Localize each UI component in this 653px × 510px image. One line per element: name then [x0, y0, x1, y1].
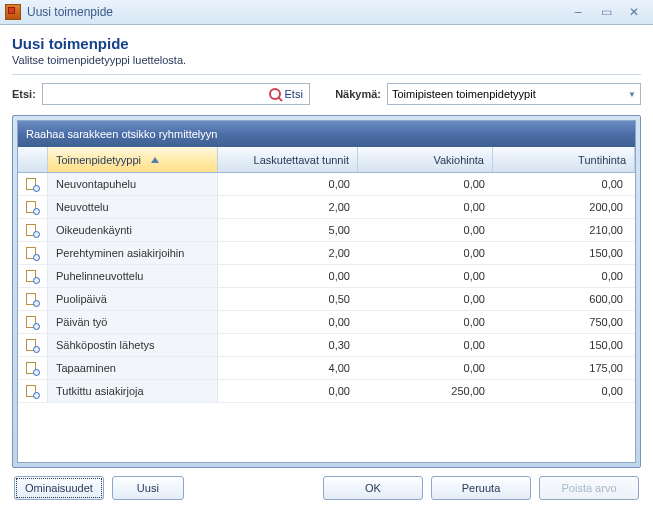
- row-hours: 5,00: [218, 219, 358, 241]
- maximize-button[interactable]: ▭: [598, 4, 614, 20]
- row-hours: 2,00: [218, 242, 358, 264]
- row-hours: 0,30: [218, 334, 358, 356]
- row-type: Puhelinneuvottelu: [48, 265, 218, 287]
- row-rate: 150,00: [493, 334, 635, 356]
- row-rate: 600,00: [493, 288, 635, 310]
- table-row[interactable]: Tutkittu asiakirjoja0,00250,000,00: [18, 380, 635, 403]
- row-rate: 0,00: [493, 265, 635, 287]
- table-row[interactable]: Puhelinneuvottelu0,000,000,00: [18, 265, 635, 288]
- row-type: Oikeudenkäynti: [48, 219, 218, 241]
- view-select[interactable]: Toimipisteen toimenpidetyypit ▼: [387, 83, 641, 105]
- row-icon-cell: [18, 357, 48, 379]
- minimize-button[interactable]: –: [570, 4, 586, 20]
- row-type: Päivän työ: [48, 311, 218, 333]
- remove-value-button[interactable]: Poista arvo: [539, 476, 639, 500]
- row-type: Puolipäivä: [48, 288, 218, 310]
- column-header-rate-label: Tuntihinta: [578, 154, 626, 166]
- row-fixed: 0,00: [358, 288, 493, 310]
- properties-button[interactable]: Ominaisuudet: [14, 476, 104, 500]
- table-row[interactable]: Sähköpostin lähetys0,300,00150,00: [18, 334, 635, 357]
- document-icon: [26, 292, 39, 306]
- row-type: Tutkittu asiakirjoja: [48, 380, 218, 402]
- row-rate: 175,00: [493, 357, 635, 379]
- row-type: Perehtyminen asiakirjoihin: [48, 242, 218, 264]
- column-header-hours[interactable]: Laskutettavat tunnit: [218, 147, 358, 172]
- sort-asc-icon: [151, 157, 159, 163]
- row-fixed: 0,00: [358, 242, 493, 264]
- cancel-button[interactable]: Peruuta: [431, 476, 531, 500]
- row-hours: 0,00: [218, 311, 358, 333]
- row-type: Neuvottelu: [48, 196, 218, 218]
- table-row[interactable]: Päivän työ0,000,00750,00: [18, 311, 635, 334]
- search-input[interactable]: [43, 88, 263, 100]
- row-hours: 0,00: [218, 265, 358, 287]
- row-type: Neuvontapuhelu: [48, 173, 218, 195]
- document-icon: [26, 269, 39, 283]
- column-header-rate[interactable]: Tuntihinta: [493, 147, 635, 172]
- app-icon: [5, 4, 21, 20]
- document-icon: [26, 177, 39, 191]
- grid-header: Toimenpidetyyppi Laskutettavat tunnit Va…: [18, 147, 635, 173]
- page-header: Uusi toimenpide Valitse toimenpidetyyppi…: [12, 35, 641, 74]
- column-header-fixed[interactable]: Vakiohinta: [358, 147, 493, 172]
- row-fixed: 0,00: [358, 173, 493, 195]
- row-hours: 2,00: [218, 196, 358, 218]
- row-icon-cell: [18, 334, 48, 356]
- document-icon: [26, 200, 39, 214]
- chevron-down-icon: ▼: [628, 90, 636, 99]
- document-icon: [26, 384, 39, 398]
- search-icon: [269, 88, 282, 101]
- titlebar[interactable]: Uusi toimenpide – ▭ ✕: [0, 0, 653, 25]
- table-row[interactable]: Neuvottelu2,000,00200,00: [18, 196, 635, 219]
- document-icon: [26, 338, 39, 352]
- column-header-fixed-label: Vakiohinta: [433, 154, 484, 166]
- search-button[interactable]: Etsi: [263, 88, 309, 101]
- table-row[interactable]: Neuvontapuhelu0,000,000,00: [18, 173, 635, 196]
- row-hours: 0,00: [218, 380, 358, 402]
- search-box[interactable]: Etsi: [42, 83, 310, 105]
- group-band[interactable]: Raahaa sarakkeen otsikko ryhmittelyyn: [18, 121, 635, 147]
- ok-button[interactable]: OK: [323, 476, 423, 500]
- row-rate: 200,00: [493, 196, 635, 218]
- footer: Ominaisuudet Uusi OK Peruuta Poista arvo: [12, 468, 641, 502]
- group-hint: Raahaa sarakkeen otsikko ryhmittelyyn: [26, 128, 217, 140]
- grid-body[interactable]: Neuvontapuhelu0,000,000,00Neuvottelu2,00…: [18, 173, 635, 462]
- view-label: Näkymä:: [335, 88, 381, 100]
- row-fixed: 0,00: [358, 334, 493, 356]
- row-icon-cell: [18, 173, 48, 195]
- row-fixed: 0,00: [358, 311, 493, 333]
- column-header-type-label: Toimenpidetyyppi: [56, 154, 141, 166]
- divider: [12, 74, 641, 75]
- row-fixed: 250,00: [358, 380, 493, 402]
- row-icon-cell: [18, 219, 48, 241]
- document-icon: [26, 223, 39, 237]
- column-header-icon[interactable]: [18, 147, 48, 172]
- document-icon: [26, 315, 39, 329]
- search-label: Etsi:: [12, 88, 36, 100]
- row-icon-cell: [18, 380, 48, 402]
- row-rate: 750,00: [493, 311, 635, 333]
- row-hours: 0,00: [218, 173, 358, 195]
- row-fixed: 0,00: [358, 196, 493, 218]
- window-title: Uusi toimenpide: [27, 5, 570, 19]
- row-fixed: 0,00: [358, 219, 493, 241]
- document-icon: [26, 361, 39, 375]
- row-type: Sähköpostin lähetys: [48, 334, 218, 356]
- table-row[interactable]: Oikeudenkäynti5,000,00210,00: [18, 219, 635, 242]
- row-fixed: 0,00: [358, 265, 493, 287]
- new-button[interactable]: Uusi: [112, 476, 184, 500]
- row-hours: 4,00: [218, 357, 358, 379]
- row-hours: 0,50: [218, 288, 358, 310]
- table-row[interactable]: Perehtyminen asiakirjoihin2,000,00150,00: [18, 242, 635, 265]
- row-rate: 210,00: [493, 219, 635, 241]
- column-header-type[interactable]: Toimenpidetyyppi: [48, 147, 218, 172]
- search-button-label: Etsi: [285, 88, 303, 100]
- view-selected: Toimipisteen toimenpidetyypit: [392, 88, 536, 100]
- table-row[interactable]: Puolipäivä0,500,00600,00: [18, 288, 635, 311]
- row-icon-cell: [18, 265, 48, 287]
- table-row[interactable]: Tapaaminen4,000,00175,00: [18, 357, 635, 380]
- close-button[interactable]: ✕: [626, 4, 642, 20]
- row-icon-cell: [18, 288, 48, 310]
- document-icon: [26, 246, 39, 260]
- column-header-hours-label: Laskutettavat tunnit: [254, 154, 349, 166]
